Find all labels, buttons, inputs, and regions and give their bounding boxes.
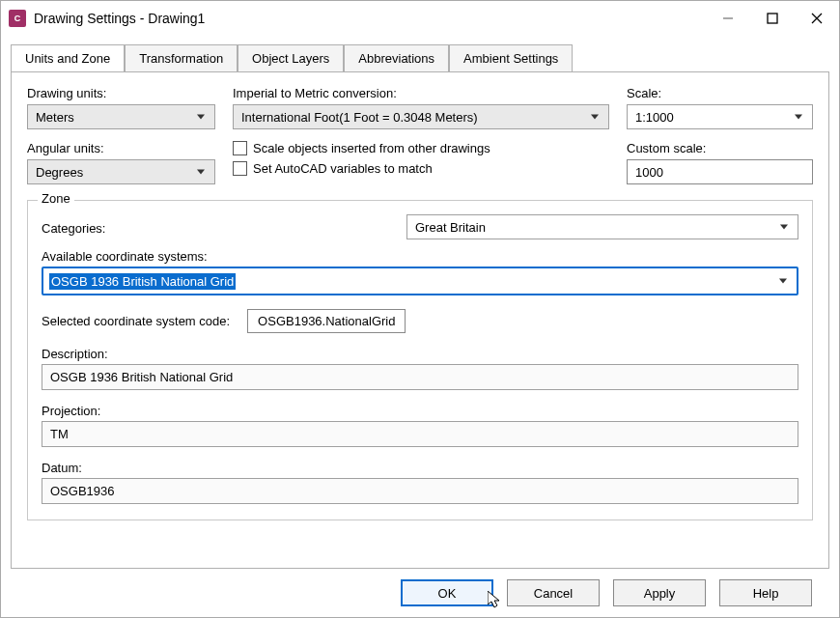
autocad-vars-checkbox-row[interactable]: Set AutoCAD variables to match xyxy=(233,161,609,176)
categories-label: Categories: xyxy=(42,221,406,236)
scale-select[interactable]: 1:1000 xyxy=(627,104,813,129)
button-bar: OK Cancel Apply Help xyxy=(11,569,829,617)
tab-object-layers[interactable]: Object Layers xyxy=(238,44,344,72)
available-systems-label: Available coordinate systems: xyxy=(42,249,798,264)
scale-label: Scale: xyxy=(627,86,813,100)
angular-units-label: Angular units: xyxy=(27,141,215,155)
angular-units-select[interactable]: Degrees xyxy=(27,159,215,184)
tab-ambient-settings[interactable]: Ambient Settings xyxy=(449,44,573,72)
projection-label: Projection: xyxy=(42,404,798,418)
angular-units-value: Degrees xyxy=(36,165,83,180)
close-button[interactable] xyxy=(795,1,839,36)
datum-field: OSGB1936 xyxy=(42,478,798,504)
imperial-conversion-value: International Foot(1 Foot = 0.3048 Meter… xyxy=(241,110,478,125)
zone-group: Zone Categories: Great Britain Available… xyxy=(27,200,813,520)
custom-scale-input[interactable]: 1000 xyxy=(627,159,813,184)
datum-label: Datum: xyxy=(42,461,798,475)
tab-transformation[interactable]: Transformation xyxy=(125,44,238,72)
projection-field: TM xyxy=(42,421,798,447)
svg-rect-1 xyxy=(768,14,777,23)
imperial-conversion-select[interactable]: International Foot(1 Foot = 0.3048 Meter… xyxy=(233,104,609,129)
apply-button[interactable]: Apply xyxy=(613,579,706,606)
available-systems-select[interactable]: OSGB 1936 British National Grid xyxy=(42,267,798,295)
checkbox-icon xyxy=(233,141,247,155)
checkbox-icon xyxy=(233,161,247,176)
description-label: Description: xyxy=(42,347,798,361)
tab-panel: Drawing units: Meters Angular units: Deg… xyxy=(11,71,829,569)
drawing-units-value: Meters xyxy=(36,110,74,125)
window-title: Drawing Settings - Drawing1 xyxy=(34,11,706,26)
scale-objects-checkbox-row[interactable]: Scale objects inserted from other drawin… xyxy=(233,141,609,155)
window-controls xyxy=(706,1,839,36)
titlebar: C Drawing Settings - Drawing1 xyxy=(1,1,839,36)
scale-objects-label: Scale objects inserted from other drawin… xyxy=(253,141,490,155)
scale-value: 1:1000 xyxy=(635,110,674,125)
app-icon: C xyxy=(9,10,26,27)
custom-scale-value: 1000 xyxy=(635,165,663,180)
imperial-conversion-label: Imperial to Metric conversion: xyxy=(233,86,609,100)
maximize-button[interactable] xyxy=(750,1,795,36)
client-area: Units and Zone Transformation Object Lay… xyxy=(1,36,839,617)
categories-value: Great Britain xyxy=(415,220,486,235)
available-systems-value: OSGB 1936 British National Grid xyxy=(49,273,236,290)
zone-legend: Zone xyxy=(38,191,74,206)
drawing-units-select[interactable]: Meters xyxy=(27,104,215,129)
tab-units-and-zone[interactable]: Units and Zone xyxy=(11,44,125,72)
minimize-button[interactable] xyxy=(706,1,750,36)
settings-dialog: C Drawing Settings - Drawing1 Units and … xyxy=(0,0,840,618)
autocad-vars-label: Set AutoCAD variables to match xyxy=(253,161,433,176)
tabstrip: Units and Zone Transformation Object Lay… xyxy=(11,44,829,72)
ok-button[interactable]: OK xyxy=(401,579,493,606)
top-row: Drawing units: Meters Angular units: Deg… xyxy=(27,86,813,184)
categories-select[interactable]: Great Britain xyxy=(406,214,798,239)
drawing-units-label: Drawing units: xyxy=(27,86,215,100)
selected-code-label: Selected coordinate system code: xyxy=(42,314,230,328)
selected-code-value: OSGB1936.NationalGrid xyxy=(247,309,406,333)
cancel-button[interactable]: Cancel xyxy=(507,579,600,606)
tab-abbreviations[interactable]: Abbreviations xyxy=(344,44,449,72)
description-field: OSGB 1936 British National Grid xyxy=(42,364,798,390)
help-button[interactable]: Help xyxy=(719,579,812,606)
custom-scale-label: Custom scale: xyxy=(627,141,813,155)
